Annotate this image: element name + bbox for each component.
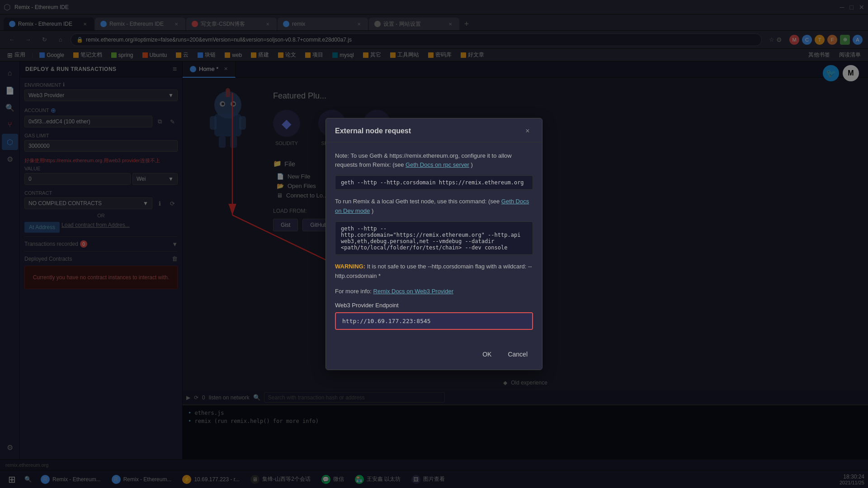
dialog-note-text: Note: To use Geth & https://remix.ethere…: [335, 151, 533, 170]
endpoint-label: Web3 Provider Endpoint: [335, 302, 533, 309]
dialog-header: External node request ×: [326, 118, 542, 142]
dialog-title: External node request: [335, 127, 411, 135]
dialog-command-1: geth --http --http.corsdomain https://re…: [335, 175, 533, 190]
more-info-link[interactable]: Remix Docs on Web3 Provider: [373, 288, 454, 295]
endpoint-section: Web3 Provider Endpoint: [335, 302, 533, 330]
dialog-command-2: geth --http --http.corsdomain="https://r…: [335, 221, 533, 255]
dialog-more-info: For more info: Remix Docs on Web3 Provid…: [335, 288, 533, 295]
dialog-warning-text: WARNING: It is not safe to use the --htt…: [335, 262, 533, 281]
geth-docs-link[interactable]: Geth Docs on rpc server: [406, 161, 469, 168]
endpoint-input-wrapper: [335, 312, 533, 330]
dialog-run-text: To run Remix & a local Geth test node, u…: [335, 197, 533, 216]
dialog-ok-btn[interactable]: OK: [477, 348, 497, 361]
dialog-body: Note: To use Geth & https://remix.ethere…: [326, 142, 542, 348]
dialog-overlay: External node request × Note: To use Get…: [0, 0, 868, 488]
endpoint-input[interactable]: [336, 313, 532, 329]
dialog-close-btn[interactable]: ×: [522, 126, 533, 136]
dialog-footer: OK Cancel: [326, 348, 542, 370]
dialog-cancel-btn[interactable]: Cancel: [502, 348, 533, 361]
external-node-dialog: External node request × Note: To use Get…: [326, 118, 542, 371]
